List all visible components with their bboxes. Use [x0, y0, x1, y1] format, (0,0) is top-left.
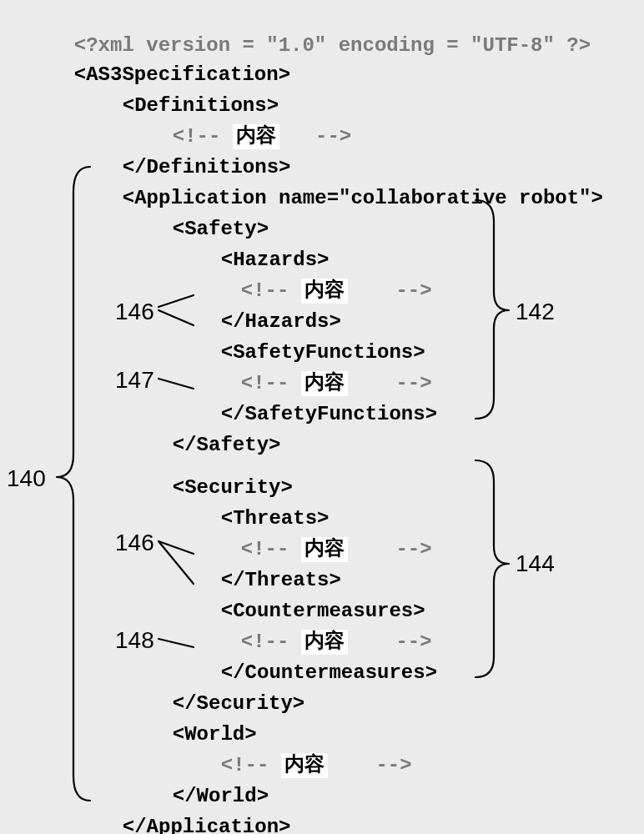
code-line: <Countermeasures> [197, 574, 425, 599]
ref-142: 142 [516, 299, 555, 325]
leader-146b-up [158, 541, 194, 554]
leader-146a-down [158, 310, 194, 325]
leader-147 [158, 379, 194, 389]
code-line: <Definitions> [98, 68, 279, 93]
code-line: </Definitions> [98, 130, 290, 155]
code-line: </World> [148, 759, 269, 784]
code-line: </AS3Specification> [25, 813, 277, 834]
code-line: <Safety> [148, 192, 269, 217]
code-line: </Countermeasures> [197, 636, 437, 661]
code-line: <Application name="collaborative robot"> [98, 161, 603, 186]
code-line: <SafetyFunctions> [197, 315, 425, 340]
ref-146b: 146 [115, 530, 154, 556]
code-line: </SafetyFunctions> [197, 377, 437, 402]
code-line: <!-- 内容 --> [197, 728, 412, 753]
brace-140 [57, 167, 90, 801]
xml-code-diagram: <?xml version = "1.0" encoding = "UTF-8"… [0, 0, 644, 834]
code-line: <!-- 内容 --> [217, 254, 432, 279]
code-line: </Safety> [148, 408, 280, 433]
code-line: </Security> [148, 666, 304, 691]
leader-146b-down [158, 541, 194, 584]
code-line: <AS3Specification> [50, 38, 290, 63]
ref-148: 148 [115, 627, 154, 654]
leader-146a-up [158, 295, 194, 307]
code-line: </Hazards> [197, 284, 341, 309]
code-line: <!-- 内容 --> [217, 346, 432, 371]
code-line: <!-- 内容 --> [148, 99, 351, 124]
ref-144: 144 [516, 550, 555, 577]
code-line: <Hazards> [197, 223, 329, 248]
code-line: <Threats> [197, 481, 329, 506]
leader-148 [158, 639, 194, 647]
ref-146a: 146 [115, 299, 154, 325]
code-line: <!-- 内容 --> [217, 512, 432, 537]
content-label: 内容 [281, 753, 328, 778]
code-line: <Security> [148, 450, 293, 475]
code-line: <World> [148, 697, 257, 722]
code-line: <!-- 内容 --> [217, 605, 432, 630]
code-line: <?xml version = "1.0" encoding = "UTF-8"… [50, 8, 591, 33]
brace-144 [475, 460, 509, 677]
code-line: </Application> [98, 790, 290, 815]
ref-140: 140 [7, 465, 46, 492]
ref-147: 147 [115, 367, 154, 394]
code-line: </Threats> [197, 543, 341, 568]
brace-142 [475, 200, 509, 419]
